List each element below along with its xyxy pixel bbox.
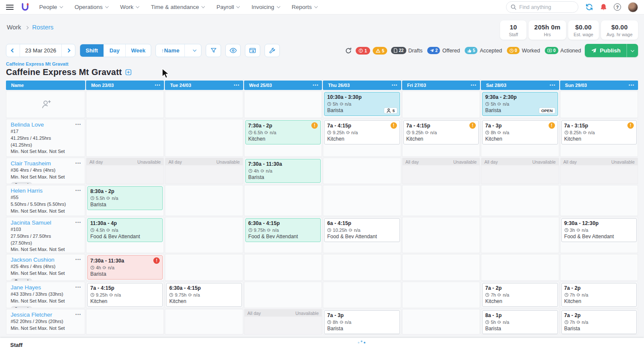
shift-card[interactable]: 7a - 3p8hn/aBarista <box>324 310 400 334</box>
alert-pill-error[interactable]: 1 <box>356 47 370 55</box>
day-cell[interactable] <box>165 91 243 118</box>
shift-card[interactable]: 6:30a - 4:15p9.75hn/aKitchen <box>166 283 242 307</box>
day-cell[interactable]: 11:30a - 4p4.5hn/aFood & Bev Attendant <box>86 217 164 253</box>
shift-card[interactable]: 6a - 4:15p10.25hn/aFood & Bev Attendant <box>324 218 400 242</box>
day-cell[interactable]: 7:30a - 11:30a4hn/aBarista <box>244 158 322 184</box>
refresh-icon[interactable] <box>345 47 352 54</box>
day-cell[interactable]: 7a - 2p7hn/aKitchen <box>481 282 559 308</box>
column-menu-icon[interactable]: ••• <box>550 84 556 87</box>
column-menu-icon[interactable]: ••• <box>392 84 398 87</box>
day-cell[interactable] <box>244 185 322 216</box>
status-chip-accepted[interactable]: 5Accepted <box>465 47 502 54</box>
day-cell[interactable] <box>402 309 480 335</box>
day-cell[interactable] <box>323 282 401 308</box>
shift-card[interactable]: 7:30a - 2p!6.5hn/aKitchen <box>245 120 321 144</box>
staff-name-link[interactable]: Jessica Fletcher <box>11 312 52 318</box>
day-cell[interactable] <box>323 158 401 184</box>
tools-button[interactable] <box>264 44 280 57</box>
day-cell[interactable] <box>244 254 322 281</box>
publish-button[interactable]: Publish <box>585 44 627 57</box>
day-cell[interactable] <box>86 119 164 157</box>
shift-card[interactable]: 9:30a - 2:30p5hn/aBaristaOPEN <box>482 92 558 116</box>
prev-date-button[interactable] <box>6 44 20 57</box>
day-cell[interactable] <box>481 185 559 216</box>
copy-roster-button[interactable] <box>245 44 260 57</box>
publish-dropdown-button[interactable] <box>627 44 638 57</box>
day-cell[interactable]: 7:30a - 2p!6.5hn/aKitchen <box>244 119 322 157</box>
staff-name-link[interactable]: Clair Truasheim <box>11 160 51 167</box>
sort-dropdown-button[interactable] <box>185 44 201 57</box>
day-cell[interactable]: 7a - 3p!8hn/aKitchen <box>481 119 559 157</box>
warning-badge-icon[interactable]: ! <box>391 122 397 129</box>
staff-row-menu-icon[interactable]: ••• <box>75 313 81 317</box>
unavailable-cell[interactable]: All dayUnavailable <box>481 158 559 184</box>
sync-icon[interactable] <box>585 3 593 11</box>
user-avatar[interactable] <box>628 2 638 12</box>
shift-card[interactable]: 7a - 2p7hn/aKitchen <box>561 283 637 307</box>
day-cell[interactable]: 7a - 3:15p!8.25hn/aKitchen <box>560 119 638 157</box>
shift-card[interactable]: 7a - 4:15p!9.25hn/aKitchen <box>324 120 400 144</box>
day-cell[interactable] <box>402 282 480 308</box>
day-cell[interactable] <box>560 91 638 118</box>
add-open-shift-target[interactable] <box>11 93 81 115</box>
day-cell[interactable] <box>481 217 559 253</box>
staff-row-menu-icon[interactable]: ••• <box>75 258 81 262</box>
shift-card[interactable]: 7a - 2p7hn/aBarista <box>561 310 637 334</box>
menu-item-work[interactable]: Work <box>120 4 139 10</box>
unavailable-cell[interactable]: All dayUnavailable <box>86 158 164 184</box>
shift-card[interactable]: 7a - 2p7hn/aKitchen <box>482 283 558 307</box>
breadcrumb-page[interactable]: Rosters <box>32 24 54 31</box>
staff-row-menu-icon[interactable]: ••• <box>75 286 81 289</box>
day-cell[interactable]: 6:30a - 4:15p9.75hn/aKitchen <box>165 282 243 308</box>
next-date-button[interactable] <box>62 44 75 57</box>
notification-bell-icon[interactable] <box>600 3 607 11</box>
staff-row-menu-icon[interactable]: ••• <box>75 189 81 193</box>
error-badge-icon[interactable]: ! <box>153 257 160 264</box>
day-cell[interactable] <box>560 254 638 281</box>
day-cell[interactable] <box>244 282 322 308</box>
column-menu-icon[interactable]: ••• <box>471 84 477 87</box>
visibility-button[interactable] <box>225 44 241 57</box>
day-cell[interactable] <box>402 185 480 216</box>
warning-badge-icon[interactable]: ! <box>311 122 318 129</box>
shift-card[interactable]: 7a - 3:15p!8.25hn/aKitchen <box>561 120 637 144</box>
day-cell[interactable] <box>402 217 480 253</box>
warning-badge-icon[interactable]: ! <box>549 122 555 129</box>
staff-row-menu-icon[interactable]: ••• <box>75 123 81 127</box>
view-toggle-shift[interactable]: Shift <box>80 44 104 57</box>
status-chip-actioned[interactable]: 0Actioned <box>545 47 581 54</box>
day-cell[interactable]: 9:30a - 2:30p5hn/aBaristaOPEN <box>481 91 559 118</box>
day-cell[interactable]: 7a - 2p7hn/aKitchen <box>560 282 638 308</box>
day-cell[interactable] <box>165 254 243 281</box>
alert-pill-warning[interactable]: 5 <box>373 47 388 55</box>
status-chip-worked[interactable]: 0Worked <box>507 47 540 54</box>
staff-name-link[interactable]: Belinda Love <box>11 121 44 128</box>
shift-card[interactable]: 11:30a - 4p4.5hn/aFood & Bev Attendant <box>87 218 163 242</box>
unavailable-cell[interactable]: All dayUnavailable <box>165 158 243 184</box>
day-cell[interactable]: 9:30a - 12:30p3hn/aFood & Bev Attendant <box>560 217 638 253</box>
day-cell[interactable] <box>165 309 243 335</box>
day-cell[interactable]: 8a - 1p5hn/aBarista <box>481 309 559 335</box>
warning-badge-icon[interactable]: ! <box>627 122 634 129</box>
shift-card[interactable]: 7:30a - 11:30a!4hn/aBarista <box>87 255 163 280</box>
status-chip-offered[interactable]: 2Offered <box>427 47 460 54</box>
day-cell[interactable]: 10:30a - 3:30p5hn/aBarista5 <box>323 91 401 118</box>
shift-card[interactable]: 6:30a - 4:15p9.75hn/aFood & Bev Attendan… <box>245 218 321 242</box>
day-cell[interactable] <box>323 185 401 216</box>
staff-name-link[interactable]: Jackson Cushion <box>11 257 55 263</box>
menu-item-time-attendance[interactable]: Time & attendance <box>151 4 204 10</box>
edit-roster-icon[interactable] <box>125 69 132 75</box>
app-logo[interactable] <box>20 3 30 12</box>
day-cell[interactable]: 7a - 3p8hn/aBarista <box>323 309 401 335</box>
day-cell[interactable] <box>165 185 243 216</box>
menu-item-people[interactable]: People <box>39 4 63 10</box>
shift-card[interactable]: 9:30a - 12:30p3hn/aFood & Bev Attendant <box>561 218 637 242</box>
hamburger-menu-icon[interactable] <box>6 5 14 10</box>
shift-card[interactable]: 7:30a - 11:30a4hn/aBarista <box>245 159 321 183</box>
day-cell[interactable] <box>560 185 638 216</box>
day-cell[interactable] <box>165 217 243 253</box>
day-cell[interactable] <box>402 91 480 118</box>
unavailable-cell[interactable]: All dayUnavailable <box>402 158 480 184</box>
column-menu-icon[interactable]: ••• <box>313 84 319 87</box>
day-cell[interactable] <box>323 254 401 281</box>
